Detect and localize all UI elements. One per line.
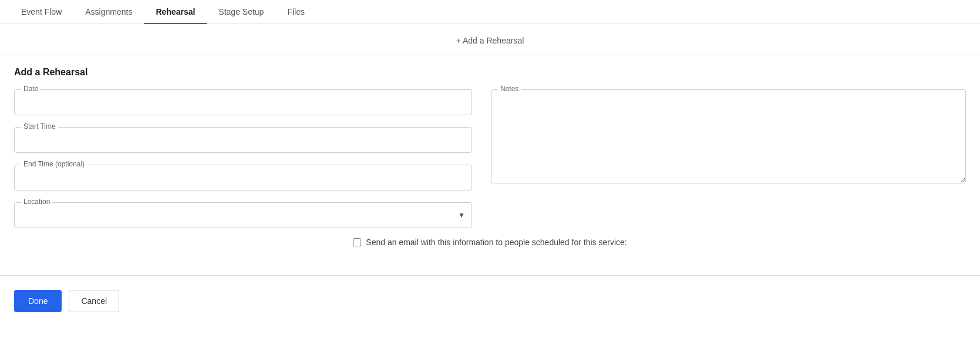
location-label: Location — [21, 198, 52, 206]
email-checkbox-label[interactable]: Send an email with this information to p… — [366, 238, 627, 247]
add-rehearsal-button[interactable]: + Add a Rehearsal — [456, 36, 524, 45]
cancel-button[interactable]: Cancel — [69, 290, 119, 312]
tab-files[interactable]: Files — [275, 0, 316, 24]
form-left: Date Start Time End Time (optional) Loca… — [14, 89, 472, 228]
checkbox-row: Send an email with this information to p… — [14, 228, 966, 256]
tab-event-flow[interactable]: Event Flow — [9, 0, 73, 24]
tab-assignments[interactable]: Assignments — [73, 0, 144, 24]
start-time-field-group: Start Time — [14, 127, 472, 153]
notes-label: Notes — [498, 85, 521, 93]
form-right: Notes — [491, 89, 966, 228]
location-field-group: Location ▼ — [14, 202, 472, 228]
date-input[interactable] — [14, 89, 472, 115]
action-buttons: Done Cancel — [0, 280, 980, 322]
location-select-wrapper: ▼ — [14, 202, 472, 228]
notes-textarea[interactable] — [491, 89, 966, 183]
add-rehearsal-bar: + Add a Rehearsal — [0, 24, 980, 55]
date-field-group: Date — [14, 89, 472, 115]
end-time-field-group: End Time (optional) — [14, 165, 472, 190]
date-label: Date — [21, 85, 41, 93]
tab-stage-setup[interactable]: Stage Setup — [207, 0, 275, 24]
done-button[interactable]: Done — [14, 290, 62, 312]
tab-rehearsal[interactable]: Rehearsal — [144, 0, 207, 24]
email-checkbox[interactable] — [353, 238, 361, 246]
divider — [0, 275, 980, 276]
form-section: Add a Rehearsal Date Start Time End Time… — [0, 55, 980, 270]
end-time-input[interactable] — [14, 165, 472, 190]
start-time-label: Start Time — [21, 122, 58, 131]
notes-field-group: Notes — [491, 89, 966, 228]
form-layout: Date Start Time End Time (optional) Loca… — [14, 89, 966, 228]
nav-tabs: Event Flow Assignments Rehearsal Stage S… — [0, 0, 980, 24]
form-title: Add a Rehearsal — [14, 67, 966, 78]
location-select[interactable] — [14, 202, 472, 228]
start-time-input[interactable] — [14, 127, 472, 153]
end-time-label: End Time (optional) — [21, 160, 87, 168]
